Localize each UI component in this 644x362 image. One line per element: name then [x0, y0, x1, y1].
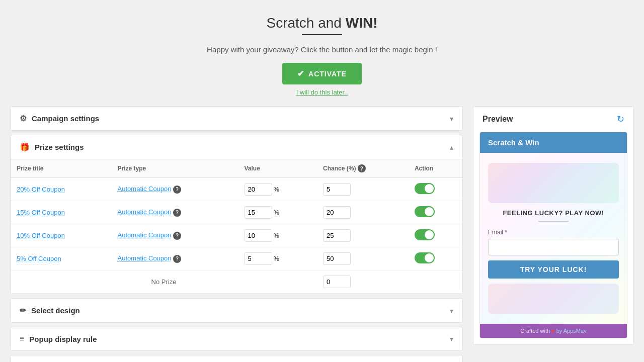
percent-sign: %: [274, 255, 280, 262]
popup-display-label: Popup display rule: [29, 335, 97, 343]
refer-to-play-again-header[interactable]: ↺ Refer to play again ▾: [11, 355, 462, 362]
prize-value-cell: %: [238, 178, 317, 201]
prize-title-cell: 10% Off Coupon: [11, 224, 112, 247]
widget-body: FEELING LUCKY? PLAY NOW! Email * TRY YOU…: [480, 153, 627, 324]
prize-chance-input[interactable]: [323, 206, 351, 219]
prize-title-link[interactable]: 15% Off Coupon: [17, 209, 65, 216]
prize-type-link[interactable]: Automatic Coupon: [118, 185, 172, 193]
popup-display-rule-header[interactable]: ≡ Popup display rule ▾: [11, 327, 462, 350]
header-subtitle: Happy with your giveaway? Click the butt…: [10, 45, 634, 54]
title-normal: Scratch and: [267, 15, 346, 31]
gear-icon: ⚙: [20, 114, 27, 123]
campaign-settings-header[interactable]: ⚙ Campaign settings ▾: [11, 107, 462, 130]
col-chance: Chance (%) ?: [317, 159, 409, 178]
widget-top-bar: Scratch & Win: [480, 132, 627, 153]
prize-type-link[interactable]: Automatic Coupon: [118, 231, 172, 239]
main-layout: ⚙ Campaign settings ▾ 🎁 Prize settings ▴: [10, 106, 634, 362]
campaign-settings-section: ⚙ Campaign settings ▾: [10, 106, 463, 131]
widget-footer-text: Crafted with: [520, 328, 550, 334]
prize-toggle[interactable]: [415, 252, 435, 263]
prize-toggle[interactable]: [415, 183, 435, 194]
title-bold: WIN!: [346, 15, 378, 31]
prize-toggle[interactable]: [415, 229, 435, 240]
prize-settings-section: 🎁 Prize settings ▴ Prize title Prize typ…: [10, 135, 463, 294]
prize-chance-input[interactable]: [323, 229, 351, 242]
prize-value-input[interactable]: [245, 229, 272, 242]
prize-table: Prize title Prize type Value Chance (%) …: [11, 159, 462, 294]
prize-settings-chevron-icon: ▴: [450, 143, 453, 151]
left-panel: ⚙ Campaign settings ▾ 🎁 Prize settings ▴: [10, 106, 463, 362]
preview-refresh-icon[interactable]: ↻: [617, 114, 624, 125]
prize-title-link[interactable]: 5% Off Coupon: [17, 255, 61, 262]
widget-try-button[interactable]: TRY YOUR LUCK!: [488, 260, 619, 279]
prize-settings-label: Prize settings: [35, 143, 84, 151]
right-panel: Preview ↻ Scratch & Win FEELING LUCKY? P…: [473, 106, 634, 345]
later-link[interactable]: I will do this later..: [10, 88, 634, 96]
select-design-label: Select design: [31, 306, 80, 315]
prize-action-cell: [409, 247, 462, 270]
heart-icon: ♥: [551, 328, 556, 334]
widget-divider: [538, 221, 569, 222]
prize-chance-input[interactable]: [323, 252, 351, 265]
widget-email-label: Email *: [488, 229, 619, 236]
prize-table-row: 10% Off Coupon Automatic Coupon ? %: [11, 224, 462, 247]
campaign-settings-label: Campaign settings: [32, 114, 99, 123]
check-icon: ✔: [297, 69, 304, 78]
widget-footer: Crafted with ♥ by AppsMav: [480, 324, 627, 338]
widget-email-input[interactable]: [488, 239, 619, 255]
widget-brand: by AppsMav: [556, 328, 587, 334]
prize-action-cell: [409, 224, 462, 247]
prize-chance-cell: [317, 201, 409, 224]
preview-title: Preview: [482, 115, 513, 124]
campaign-settings-title-group: ⚙ Campaign settings: [20, 114, 99, 123]
col-action: Action: [409, 159, 462, 178]
activate-button[interactable]: ✔ ACTIVATE: [282, 63, 362, 84]
page-title: Scratch and WIN!: [10, 15, 634, 31]
preview-header: Preview ↻: [473, 107, 633, 132]
prize-type-cell: Automatic Coupon ?: [112, 247, 238, 270]
prize-chance-cell: [317, 178, 409, 201]
prize-value-input[interactable]: [245, 252, 272, 265]
prize-value-cell: %: [238, 201, 317, 224]
preview-card: Preview ↻ Scratch & Win FEELING LUCKY? P…: [473, 106, 634, 345]
no-prize-value-input[interactable]: [323, 276, 351, 288]
prize-type-info-icon[interactable]: ?: [173, 209, 181, 217]
prize-table-row: 5% Off Coupon Automatic Coupon ? %: [11, 247, 462, 270]
prize-title-cell: 5% Off Coupon: [11, 247, 112, 270]
prize-value-input[interactable]: [245, 183, 272, 196]
popup-display-title-group: ≡ Popup display rule: [20, 334, 97, 343]
prize-settings-header[interactable]: 🎁 Prize settings ▴: [11, 135, 462, 159]
prize-type-link[interactable]: Automatic Coupon: [118, 208, 172, 216]
prize-type-cell: Automatic Coupon ?: [112, 224, 238, 247]
prize-action-cell: [409, 201, 462, 224]
select-design-header[interactable]: ✏ Select design ▾: [11, 299, 462, 322]
prize-table-row: 20% Off Coupon Automatic Coupon ? %: [11, 178, 462, 201]
col-prize-title: Prize title: [11, 159, 112, 178]
prize-type-link[interactable]: Automatic Coupon: [118, 254, 172, 262]
prize-title-link[interactable]: 10% Off Coupon: [17, 232, 65, 239]
title-underline: [302, 34, 342, 35]
no-prize-value-cell: [317, 270, 409, 294]
widget-scratch-area-bottom: [488, 284, 619, 314]
percent-sign: %: [274, 186, 280, 193]
prize-type-info-icon[interactable]: ?: [173, 186, 181, 194]
prize-type-info-icon[interactable]: ?: [173, 232, 181, 240]
select-design-chevron-icon: ▾: [450, 307, 453, 315]
prize-toggle[interactable]: [415, 206, 435, 217]
chance-info-icon[interactable]: ?: [358, 164, 366, 172]
page-header: Scratch and WIN! Happy with your giveawa…: [10, 15, 634, 96]
prize-chance-cell: [317, 224, 409, 247]
prize-chance-input[interactable]: [323, 183, 351, 196]
col-prize-type: Prize type: [112, 159, 238, 178]
popup-display-rule-section: ≡ Popup display rule ▾: [10, 327, 463, 351]
prize-title-cell: 15% Off Coupon: [11, 201, 112, 224]
prize-type-info-icon[interactable]: ?: [173, 255, 181, 263]
campaign-settings-chevron-icon: ▾: [450, 115, 453, 123]
prize-value-cell: %: [238, 224, 317, 247]
prize-title-link[interactable]: 20% Off Coupon: [17, 186, 65, 193]
prize-value-input[interactable]: [245, 206, 272, 219]
activate-label: ACTIVATE: [308, 70, 347, 78]
no-prize-row: No Prize: [11, 270, 462, 294]
select-design-title-group: ✏ Select design: [20, 306, 80, 315]
preview-widget: Scratch & Win FEELING LUCKY? PLAY NOW! E…: [479, 132, 627, 338]
